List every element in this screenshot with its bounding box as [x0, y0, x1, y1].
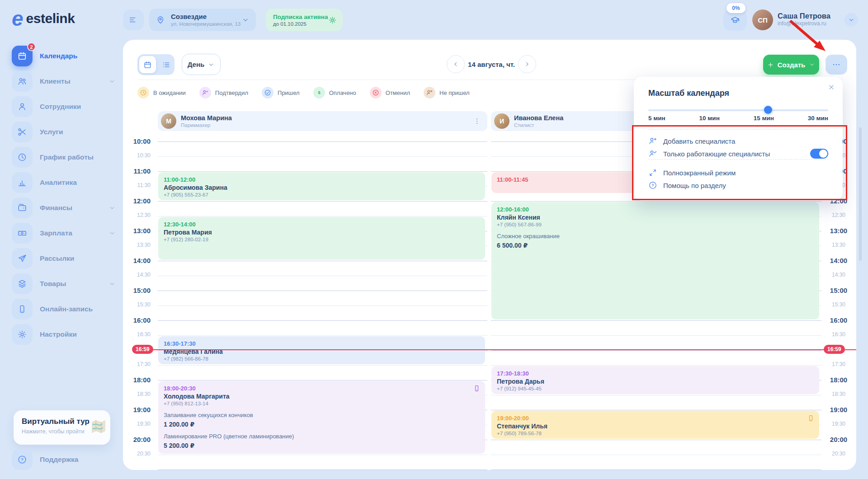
scale-option[interactable]: 5 мин: [648, 115, 665, 122]
scale-slider[interactable]: [648, 106, 828, 114]
sidebar-item-clock[interactable]: График работы: [12, 147, 116, 168]
branch-address: ул. Новочеремушкинская, 13: [171, 21, 241, 27]
plus-icon: [767, 61, 774, 68]
sidebar-item-send[interactable]: Рассылки: [12, 248, 116, 269]
support-label: Поддержка: [40, 456, 78, 464]
legend-item: Отменил: [370, 87, 410, 99]
personcheck-icon: [648, 149, 657, 158]
next-day-button[interactable]: [518, 55, 536, 73]
vertical-scrollbar[interactable]: [859, 127, 862, 261]
kebab-menu-icon[interactable]: [473, 117, 481, 125]
popup-title: Масштаб календаря: [648, 89, 729, 98]
sidebar-item-chart[interactable]: Аналитика: [12, 172, 116, 193]
time-label: 11:00: [123, 167, 154, 175]
appointment-card[interactable]: 12:30-14:00Петрова Мария+7 (912) 280-02-…: [158, 217, 485, 260]
sidebar-item-wallet[interactable]: Финансы: [12, 197, 116, 218]
grid-line: [158, 320, 487, 321]
users-icon: [12, 71, 33, 92]
legend-label: Пришел: [278, 89, 300, 96]
user-icon: [12, 96, 33, 117]
appointment-client: Абросимова Зарина: [164, 183, 480, 192]
sidebar-item-users[interactable]: Клиенты: [12, 71, 116, 92]
view-mode-toggle: [137, 54, 175, 75]
sidebar-item-label: Финансы: [40, 204, 72, 212]
more-options-button[interactable]: [826, 55, 847, 75]
sidebar-item-label: Рассылки: [40, 254, 74, 263]
user-avatar[interactable]: СП: [752, 9, 773, 30]
service-price: 1 200.00 ₽: [164, 420, 480, 428]
scale-option[interactable]: 15 мин: [754, 115, 774, 122]
popup-menu-item[interactable]: Полноэкранный режим: [648, 166, 828, 179]
grid-line: [158, 216, 487, 216]
appointment-card[interactable]: 17:30-18:30Петрова Дарья+7 (912) 945-45-…: [491, 366, 819, 394]
sidebar-item-calendar[interactable]: 2Календарь: [12, 46, 116, 66]
sidebar-item-phone[interactable]: Онлайн-запись: [12, 299, 116, 319]
grid-line: [158, 276, 487, 276]
list-view-button[interactable]: [158, 56, 175, 73]
sidebar-item-gear[interactable]: Настройки: [12, 324, 116, 345]
legend-label: Подтвердил: [215, 89, 248, 96]
expand-icon: [648, 168, 657, 177]
time-label: 19:30: [823, 421, 854, 427]
service-name: Сложное окрашивание: [497, 233, 814, 240]
period-dropdown[interactable]: День: [182, 54, 221, 75]
time-label: 20:30: [823, 451, 854, 457]
staff-info: Иванова ЕленаСтилист: [514, 114, 563, 128]
popup-menu-item[interactable]: Добавить специалиста: [648, 135, 828, 147]
sidebar-item-banknote[interactable]: Зарплата: [12, 223, 116, 244]
grid-line: [158, 201, 487, 202]
menu-icon: [128, 15, 138, 25]
legend-label: В ожидании: [153, 89, 186, 96]
time-label: 13:30: [123, 242, 154, 248]
appointment-card[interactable]: 19:00-20:00Степанчук Илья+7 (950) 789-56…: [491, 411, 819, 439]
appointment-card[interactable]: 12:00-16:00Кляйн Ксения+7 (950) 567-86-9…: [491, 202, 819, 319]
legend-item: В ожидании: [137, 87, 186, 99]
branch-name: Созвездие: [171, 13, 241, 21]
grid-line: [158, 291, 487, 291]
legend-label: Оплачено: [329, 89, 356, 96]
close-icon[interactable]: [827, 83, 835, 91]
scale-option[interactable]: 10 мин: [699, 115, 720, 122]
staff-avatar[interactable]: И: [494, 113, 509, 129]
appointment-card[interactable]: 11:00-12:00Абросимова Зарина+7 (905) 555…: [158, 172, 485, 200]
staff-column-header: ММохова МаринаПарикмахер: [158, 111, 487, 131]
sidebar-item-support[interactable]: ? Поддержка: [12, 449, 116, 470]
slider-thumb[interactable]: [764, 106, 772, 114]
grid-line: [491, 201, 821, 202]
personcheck-icon: [199, 87, 211, 99]
period-label: День: [188, 61, 205, 68]
time-label: 12:30: [823, 212, 854, 218]
scale-option[interactable]: 30 мин: [808, 115, 828, 122]
virtual-tour-card[interactable]: Виртуальный тур Нажмите, чтобы пройти: [14, 410, 110, 445]
staff-avatar[interactable]: М: [161, 113, 176, 129]
branch-selector[interactable]: Созвездие ул. Новочеремушкинская, 13: [149, 9, 256, 31]
calendar-icon: [143, 61, 152, 69]
appointment-time: 18:00-20:30: [164, 385, 480, 392]
prev-day-button[interactable]: [447, 55, 465, 73]
calendar-view-button[interactable]: [139, 56, 156, 73]
sidebar-item-scissors[interactable]: Услуги: [12, 122, 116, 142]
appointment-card[interactable]: 18:00-20:30Холодова Маргарита+7 (950) 81…: [158, 381, 485, 454]
user-info[interactable]: Саша Петрова info@alexpetrova.ru: [778, 11, 830, 27]
user-menu-chevron[interactable]: [844, 13, 858, 27]
sidebar-item-user[interactable]: Сотрудники: [12, 96, 116, 117]
appointment-time: 11:00-12:00: [164, 176, 480, 183]
sidebar-item-box[interactable]: Товары: [12, 273, 116, 294]
subscription-status[interactable]: Подписка активна до 01.10.2025: [266, 9, 343, 31]
logo-icon: e: [12, 8, 24, 29]
send-icon: [12, 248, 33, 269]
chevron-right-icon: [524, 61, 531, 68]
svg-text:$: $: [318, 90, 321, 95]
popup-menu-item[interactable]: ?Помощь по разделу: [648, 179, 828, 192]
sidebar-collapse-button[interactable]: [123, 9, 144, 30]
popup-menu-item[interactable]: Только работающие специалисты: [648, 147, 828, 160]
time-label: 20:00: [823, 436, 854, 443]
chevron-down-icon: [108, 204, 116, 211]
toggle-switch[interactable]: [810, 149, 828, 159]
staff-role: Стилист: [514, 122, 563, 128]
create-button[interactable]: Создать: [763, 55, 819, 75]
time-label: 20:30: [123, 451, 154, 457]
time-label: 19:00: [823, 406, 854, 413]
appointment-card[interactable]: 16:30-17:30Медянцева Галина+7 (982) 566-…: [158, 336, 485, 364]
time-label: 20:00: [123, 436, 154, 443]
